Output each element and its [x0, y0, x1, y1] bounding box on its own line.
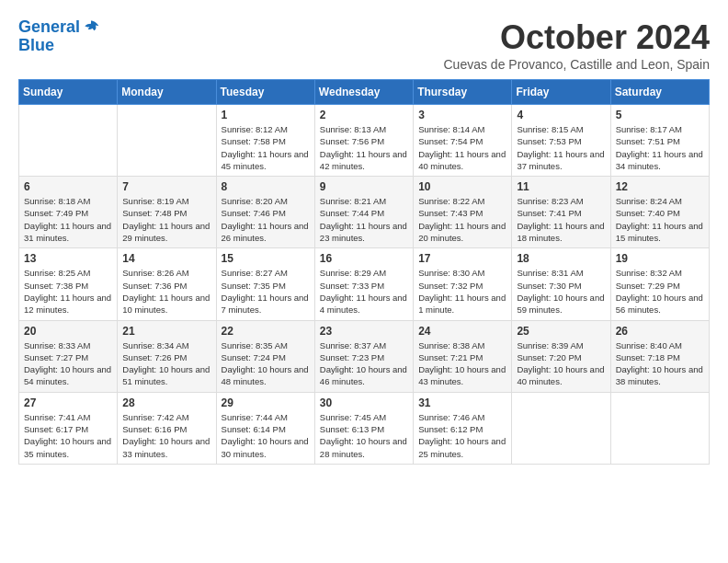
calendar-week-row: 6Sunrise: 8:18 AM Sunset: 7:49 PM Daylig…: [19, 177, 710, 248]
day-number: 5: [616, 109, 704, 121]
day-number: 31: [418, 396, 506, 409]
day-number: 8: [222, 180, 310, 193]
day-info: Sunrise: 8:37 AM Sunset: 7:23 PM Dayligh…: [320, 339, 408, 388]
day-info: Sunrise: 8:13 AM Sunset: 7:56 PM Dayligh…: [320, 123, 408, 172]
calendar-cell: 13Sunrise: 8:25 AM Sunset: 7:38 PM Dayli…: [19, 248, 118, 320]
day-number: 7: [122, 180, 210, 193]
day-number: 26: [616, 325, 704, 338]
calendar-cell: 21Sunrise: 8:34 AM Sunset: 7:26 PM Dayli…: [118, 320, 216, 392]
calendar-table: SundayMondayTuesdayWednesdayThursdayFrid…: [18, 79, 710, 465]
day-info: Sunrise: 8:32 AM Sunset: 7:29 PM Dayligh…: [616, 267, 704, 316]
day-info: Sunrise: 8:12 AM Sunset: 7:58 PM Dayligh…: [222, 123, 310, 172]
day-number: 3: [418, 109, 506, 121]
day-info: Sunrise: 8:34 AM Sunset: 7:26 PM Dayligh…: [122, 339, 210, 388]
day-number: 10: [418, 180, 506, 193]
day-info: Sunrise: 8:20 AM Sunset: 7:46 PM Dayligh…: [222, 195, 310, 244]
day-info: Sunrise: 8:38 AM Sunset: 7:21 PM Dayligh…: [418, 339, 506, 388]
calendar-cell: 14Sunrise: 8:26 AM Sunset: 7:36 PM Dayli…: [118, 248, 216, 320]
day-number: 20: [24, 325, 112, 338]
day-number: 14: [122, 252, 210, 265]
day-info: Sunrise: 7:41 AM Sunset: 6:17 PM Dayligh…: [24, 411, 112, 460]
weekday-header-wednesday: Wednesday: [314, 80, 413, 105]
weekday-header-thursday: Thursday: [414, 80, 512, 105]
calendar-cell: 18Sunrise: 8:31 AM Sunset: 7:30 PM Dayli…: [512, 248, 610, 320]
weekday-header-friday: Friday: [512, 80, 610, 105]
calendar-cell: 6Sunrise: 8:18 AM Sunset: 7:49 PM Daylig…: [19, 177, 118, 248]
calendar-cell: 23Sunrise: 8:37 AM Sunset: 7:23 PM Dayli…: [314, 320, 413, 392]
location-title: Cuevas de Provanco, Castille and Leon, S…: [443, 57, 710, 72]
calendar-cell: 3Sunrise: 8:14 AM Sunset: 7:54 PM Daylig…: [414, 105, 512, 177]
day-number: 16: [320, 252, 408, 265]
calendar-week-row: 20Sunrise: 8:33 AM Sunset: 7:27 PM Dayli…: [19, 320, 710, 392]
weekday-header-saturday: Saturday: [610, 80, 709, 105]
day-number: 15: [222, 252, 310, 265]
day-info: Sunrise: 8:14 AM Sunset: 7:54 PM Dayligh…: [418, 123, 506, 172]
logo-blue: Blue: [18, 37, 100, 55]
calendar-cell: 8Sunrise: 8:20 AM Sunset: 7:46 PM Daylig…: [216, 177, 314, 248]
calendar-cell: [512, 392, 610, 464]
day-number: 27: [24, 396, 112, 409]
weekday-header-row: SundayMondayTuesdayWednesdayThursdayFrid…: [19, 80, 710, 105]
day-number: 22: [222, 325, 310, 338]
weekday-header-monday: Monday: [118, 80, 216, 105]
day-info: Sunrise: 8:40 AM Sunset: 7:18 PM Dayligh…: [616, 339, 704, 388]
calendar-cell: 30Sunrise: 7:45 AM Sunset: 6:13 PM Dayli…: [314, 392, 413, 464]
day-info: Sunrise: 8:18 AM Sunset: 7:49 PM Dayligh…: [24, 195, 112, 244]
day-info: Sunrise: 8:31 AM Sunset: 7:30 PM Dayligh…: [517, 267, 605, 316]
calendar-cell: 15Sunrise: 8:27 AM Sunset: 7:35 PM Dayli…: [216, 248, 314, 320]
weekday-header-tuesday: Tuesday: [216, 80, 314, 105]
calendar-cell: 19Sunrise: 8:32 AM Sunset: 7:29 PM Dayli…: [610, 248, 709, 320]
day-info: Sunrise: 7:46 AM Sunset: 6:12 PM Dayligh…: [418, 411, 506, 460]
day-number: 29: [222, 396, 310, 409]
day-number: 13: [24, 252, 112, 265]
calendar-cell: [610, 392, 709, 464]
day-number: 21: [122, 325, 210, 338]
calendar-week-row: 27Sunrise: 7:41 AM Sunset: 6:17 PM Dayli…: [19, 392, 710, 464]
calendar-cell: 29Sunrise: 7:44 AM Sunset: 6:14 PM Dayli…: [216, 392, 314, 464]
calendar-cell: 17Sunrise: 8:30 AM Sunset: 7:32 PM Dayli…: [414, 248, 512, 320]
calendar-week-row: 1Sunrise: 8:12 AM Sunset: 7:58 PM Daylig…: [19, 105, 710, 177]
calendar-cell: 28Sunrise: 7:42 AM Sunset: 6:16 PM Dayli…: [118, 392, 216, 464]
calendar-week-row: 13Sunrise: 8:25 AM Sunset: 7:38 PM Dayli…: [19, 248, 710, 320]
day-number: 4: [517, 109, 605, 121]
calendar-cell: 25Sunrise: 8:39 AM Sunset: 7:20 PM Dayli…: [512, 320, 610, 392]
day-info: Sunrise: 7:42 AM Sunset: 6:16 PM Dayligh…: [122, 411, 210, 460]
day-info: Sunrise: 8:17 AM Sunset: 7:51 PM Dayligh…: [616, 123, 704, 172]
day-number: 30: [320, 396, 408, 409]
day-number: 6: [24, 180, 112, 193]
calendar-cell: 5Sunrise: 8:17 AM Sunset: 7:51 PM Daylig…: [610, 105, 709, 177]
calendar-cell: 2Sunrise: 8:13 AM Sunset: 7:56 PM Daylig…: [314, 105, 413, 177]
day-number: 28: [122, 396, 210, 409]
day-number: 18: [517, 252, 605, 265]
day-info: Sunrise: 8:29 AM Sunset: 7:33 PM Dayligh…: [320, 267, 408, 316]
day-number: 24: [418, 325, 506, 338]
day-info: Sunrise: 8:39 AM Sunset: 7:20 PM Dayligh…: [517, 339, 605, 388]
calendar-cell: 26Sunrise: 8:40 AM Sunset: 7:18 PM Dayli…: [610, 320, 709, 392]
calendar-cell: 4Sunrise: 8:15 AM Sunset: 7:53 PM Daylig…: [512, 105, 610, 177]
logo-bird-icon: [82, 18, 100, 37]
day-number: 23: [320, 325, 408, 338]
day-number: 19: [616, 252, 704, 265]
logo-general: General: [18, 17, 80, 36]
day-info: Sunrise: 8:33 AM Sunset: 7:27 PM Dayligh…: [24, 339, 112, 388]
day-info: Sunrise: 7:44 AM Sunset: 6:14 PM Dayligh…: [222, 411, 310, 460]
calendar-cell: 9Sunrise: 8:21 AM Sunset: 7:44 PM Daylig…: [314, 177, 413, 248]
calendar-cell: 22Sunrise: 8:35 AM Sunset: 7:24 PM Dayli…: [216, 320, 314, 392]
day-info: Sunrise: 8:22 AM Sunset: 7:43 PM Dayligh…: [418, 195, 506, 244]
day-number: 1: [222, 109, 310, 121]
month-title: October 2024: [443, 18, 710, 57]
calendar-cell: [19, 105, 118, 177]
day-number: 2: [320, 109, 408, 121]
day-info: Sunrise: 8:35 AM Sunset: 7:24 PM Dayligh…: [222, 339, 310, 388]
day-number: 12: [616, 180, 704, 193]
title-section: October 2024 Cuevas de Provanco, Castill…: [443, 18, 710, 72]
calendar-cell: [118, 105, 216, 177]
day-info: Sunrise: 8:26 AM Sunset: 7:36 PM Dayligh…: [122, 267, 210, 316]
calendar-cell: 7Sunrise: 8:19 AM Sunset: 7:48 PM Daylig…: [118, 177, 216, 248]
day-info: Sunrise: 8:23 AM Sunset: 7:41 PM Dayligh…: [517, 195, 605, 244]
day-info: Sunrise: 7:45 AM Sunset: 6:13 PM Dayligh…: [320, 411, 408, 460]
day-number: 9: [320, 180, 408, 193]
day-number: 25: [517, 325, 605, 338]
calendar-cell: 16Sunrise: 8:29 AM Sunset: 7:33 PM Dayli…: [314, 248, 413, 320]
calendar-cell: 10Sunrise: 8:22 AM Sunset: 7:43 PM Dayli…: [414, 177, 512, 248]
